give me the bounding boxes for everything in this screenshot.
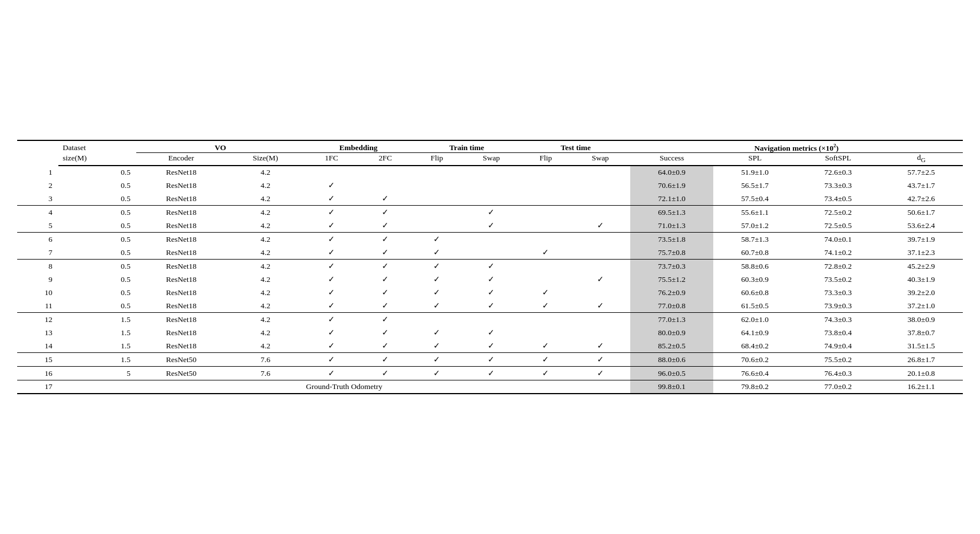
row-enc-size: 4.2	[226, 206, 305, 219]
row-2fc: ✓	[358, 206, 412, 219]
softspl-val: 73.5±0.2	[796, 273, 879, 286]
row-encoder: ResNet18	[136, 299, 226, 313]
row-test-flip: ✓	[521, 367, 571, 380]
table-row: 4 0.5 ResNet18 4.2 ✓ ✓ ✓ 69.5±1.3 55.6±1…	[17, 206, 963, 219]
row-encoder: ResNet18	[136, 286, 226, 299]
row-2fc: ✓	[358, 219, 412, 233]
row-train-flip	[412, 179, 461, 192]
dg-val: 57.7±2.5	[880, 166, 963, 179]
row-test-swap	[570, 166, 630, 179]
success-val: 77.0±1.3	[630, 313, 713, 327]
row-id: 15	[17, 353, 58, 367]
row-size: 5	[58, 367, 136, 380]
row-size: 1.5	[58, 339, 136, 353]
row-train-flip: ✓	[412, 260, 461, 273]
row-encoder: ResNet18	[136, 206, 226, 219]
row-encoder: ResNet18	[136, 246, 226, 260]
row-id: 5	[17, 219, 58, 233]
success-val: 75.7±0.8	[630, 246, 713, 260]
h-train-swap: Swap	[461, 153, 521, 166]
row-id: 9	[17, 273, 58, 286]
row-test-swap: ✓	[570, 219, 630, 233]
row-encoder: ResNet18	[136, 219, 226, 233]
table-row: 10 0.5 ResNet18 4.2 ✓ ✓ ✓ ✓ ✓ 76.2±0.9 6…	[17, 286, 963, 299]
spl-val: 60.6±0.8	[713, 286, 796, 299]
row-2fc: ✓	[358, 367, 412, 380]
dg-val: 42.7±2.6	[880, 192, 963, 206]
row-train-flip	[412, 313, 461, 327]
row-train-swap: ✓	[461, 299, 521, 313]
row-2fc: ✓	[358, 260, 412, 273]
row-train-flip	[412, 206, 461, 219]
row-1fc: ✓	[305, 219, 358, 233]
row-enc-size: 4.2	[226, 166, 305, 179]
row-size: 0.5	[58, 206, 136, 219]
row-1fc: ✓	[305, 353, 358, 367]
row-2fc: ✓	[358, 286, 412, 299]
row-encoder: ResNet18	[136, 339, 226, 353]
row-train-swap: ✓	[461, 286, 521, 299]
row-id: 6	[17, 233, 58, 246]
row-size: 0.5	[58, 179, 136, 192]
row-id: 7	[17, 246, 58, 260]
row-id: 14	[17, 339, 58, 353]
dg-val: 39.2±2.0	[880, 286, 963, 299]
row-id: 1	[17, 166, 58, 179]
row-enc-size: 7.6	[226, 367, 305, 380]
h-2fc: 2FC	[358, 153, 412, 166]
row-1fc: ✓	[305, 367, 358, 380]
row-train-swap: ✓	[461, 367, 521, 380]
row-train-swap	[461, 246, 521, 260]
spl-val: 64.1±0.9	[713, 326, 796, 339]
row-1fc: ✓	[305, 246, 358, 260]
row-test-swap	[570, 179, 630, 192]
row-test-flip	[521, 260, 571, 273]
row-train-swap: ✓	[461, 206, 521, 219]
row-2fc: ✓	[358, 192, 412, 206]
row-enc-size: 4.2	[226, 179, 305, 192]
row-test-swap: ✓	[570, 273, 630, 286]
header-row-2: size(M) Encoder Size(M) 1FC 2FC Flip Swa…	[17, 153, 963, 166]
row-id: 11	[17, 299, 58, 313]
dg-val: 45.2±2.9	[880, 260, 963, 273]
header-row-1: Dataset VO Embedding Train time Test tim…	[17, 140, 963, 153]
success-val: 64.0±0.9	[630, 166, 713, 179]
row-train-swap: ✓	[461, 273, 521, 286]
dg-val: 37.1±2.3	[880, 246, 963, 260]
table-row: 14 1.5 ResNet18 4.2 ✓ ✓ ✓ ✓ ✓ ✓ 85.2±0.5…	[17, 339, 963, 353]
row-2fc	[358, 179, 412, 192]
row-train-flip	[412, 166, 461, 179]
row-encoder: ResNet18	[136, 260, 226, 273]
row-size: 1.5	[58, 313, 136, 327]
h-row-num	[17, 140, 58, 166]
table-container: Dataset VO Embedding Train time Test tim…	[0, 128, 980, 406]
row-enc-size: 4.2	[226, 219, 305, 233]
softspl-val: 73.3±0.3	[796, 286, 879, 299]
h-nav-metrics: Navigation metrics (×102)	[630, 140, 963, 153]
row-train-swap	[461, 313, 521, 327]
row-enc-size: 4.2	[226, 286, 305, 299]
row-id: 17	[17, 380, 58, 394]
dg-val: 37.8±0.7	[880, 326, 963, 339]
row-2fc	[358, 166, 412, 179]
spl-val: 62.0±1.0	[713, 313, 796, 327]
softspl-val: 73.4±0.5	[796, 192, 879, 206]
row-1fc: ✓	[305, 192, 358, 206]
row-test-flip: ✓	[521, 286, 571, 299]
softspl-val: 72.5±0.2	[796, 206, 879, 219]
softspl-val: 73.8±0.4	[796, 326, 879, 339]
row-size: 0.5	[58, 246, 136, 260]
success-val: 80.0±0.9	[630, 326, 713, 339]
table-row: 1 0.5 ResNet18 4.2 64.0±0.9 51.9±1.0 72.…	[17, 166, 963, 179]
dg-val: 20.1±0.8	[880, 367, 963, 380]
success-val: 72.1±1.0	[630, 192, 713, 206]
row-test-swap	[570, 206, 630, 219]
row-train-swap	[461, 179, 521, 192]
row-train-flip: ✓	[412, 367, 461, 380]
row-train-swap: ✓	[461, 326, 521, 339]
row-1fc: ✓	[305, 206, 358, 219]
row-1fc	[305, 166, 358, 179]
softspl-val: 73.3±0.3	[796, 179, 879, 192]
softspl-val: 75.5±0.2	[796, 353, 879, 367]
success-val: 85.2±0.5	[630, 339, 713, 353]
